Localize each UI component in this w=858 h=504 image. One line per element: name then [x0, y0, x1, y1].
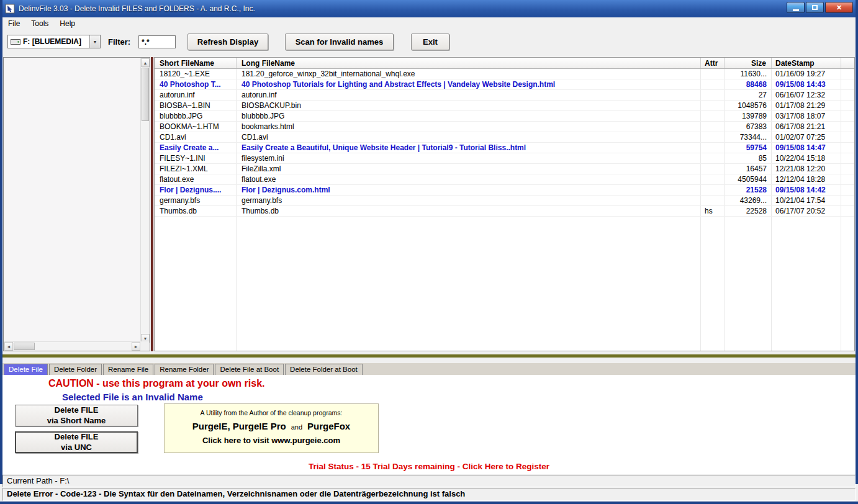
table-row[interactable]: 40 Photoshop T...40 Photoshop Tutorials …: [155, 79, 854, 90]
file-list-body[interactable]: 18120_~1.EXE181.20_geforce_winxp_32bit_i…: [155, 69, 854, 351]
drive-selector[interactable]: F: [BLUEMEDIA] ▼: [7, 35, 101, 48]
cell-attr: [701, 164, 725, 174]
cell-date: 01/16/09 19:27: [772, 69, 841, 79]
cell-attr: [701, 111, 725, 121]
column-header-datestamp[interactable]: DateStamp: [772, 58, 841, 68]
cell-size: 21528: [725, 185, 772, 195]
cell-short: flatout.exe: [155, 174, 237, 184]
cell-size: 27: [725, 90, 772, 100]
status-delete-error: Delete Error - Code-123 - Die Syntax für…: [2, 488, 856, 501]
tab-delete-folder-at-boot[interactable]: Delete Folder at Boot: [285, 364, 363, 375]
tab-delete-folder[interactable]: Delete Folder: [49, 364, 102, 375]
column-header-short-filename[interactable]: Short FileName: [155, 58, 237, 68]
tree-horizontal-scrollbar[interactable]: ◄ ►: [4, 341, 140, 350]
table-row[interactable]: BOOKMA~1.HTMbookmarks.html6738306/17/08 …: [155, 122, 854, 132]
cell-size: 1048576: [725, 101, 772, 110]
cell-attr: [701, 153, 725, 163]
close-icon: ✕: [836, 4, 842, 11]
cell-stub: [841, 164, 854, 174]
minimize-button[interactable]: [787, 2, 805, 13]
delete-file-short-name-button[interactable]: Delete FILE via Short Name: [15, 405, 138, 426]
cell-long: autorun.inf: [237, 90, 701, 100]
cell-date: 06/16/07 12:32: [772, 90, 841, 100]
toolbar: F: [BLUEMEDIA] ▼ Filter: Refresh Display…: [2, 29, 856, 55]
cell-long: CD1.avi: [237, 132, 701, 142]
table-row[interactable]: blubbbb.JPGblubbbb.JPG13978903/17/08 18:…: [155, 111, 854, 122]
close-button[interactable]: ✕: [825, 2, 853, 13]
cell-size: 73344...: [725, 132, 772, 142]
table-row[interactable]: autorun.infautorun.inf2706/16/07 12:32: [155, 90, 854, 101]
cell-attr: [701, 69, 725, 79]
menu-help[interactable]: Help: [54, 18, 81, 29]
refresh-display-button[interactable]: Refresh Display: [187, 34, 268, 50]
tab-rename-file[interactable]: Rename File: [103, 364, 153, 375]
scan-invalid-names-button[interactable]: Scan for Invalid names: [285, 34, 394, 50]
cell-long: Thumbs.db: [237, 206, 701, 216]
scroll-right-icon[interactable]: ►: [132, 342, 140, 351]
scroll-left-icon[interactable]: ◄: [4, 342, 13, 351]
cell-stub: [841, 174, 854, 184]
cell-short: CD1.avi: [155, 132, 237, 142]
promo-link[interactable]: Click here to visit www.purgeie.com: [165, 436, 378, 445]
panel-splitter[interactable]: [151, 57, 153, 351]
menu-tools[interactable]: Tools: [25, 18, 54, 29]
cell-attr: hs: [701, 206, 725, 216]
table-row[interactable]: Thumbs.dbThumbs.dbhs2252806/17/07 20:52: [155, 206, 854, 217]
exit-button[interactable]: Exit: [411, 34, 449, 50]
table-row[interactable]: FILESY~1.INIfilesystem.ini8510/22/04 15:…: [155, 153, 854, 164]
cell-long: 181.20_geforce_winxp_32bit_international…: [237, 69, 701, 79]
cell-attr: [701, 196, 725, 205]
cell-short: 40 Photoshop T...: [155, 79, 237, 89]
folder-tree-panel[interactable]: ▲ ▼ ◄ ►: [3, 57, 150, 351]
button-line1: Delete FILE: [55, 432, 99, 442]
cell-short: FILEZI~1.XML: [155, 164, 237, 174]
cell-short: 18120_~1.EXE: [155, 69, 237, 79]
cell-date: 01/02/07 07:25: [772, 132, 841, 142]
menu-file[interactable]: File: [2, 18, 25, 29]
column-header-long-filename[interactable]: Long FileName: [237, 58, 701, 68]
cell-stub: [841, 143, 854, 153]
table-row[interactable]: CD1.aviCD1.avi73344...01/02/07 07:25: [155, 132, 854, 143]
column-header-size[interactable]: Size: [725, 58, 772, 68]
caution-text: CAUTION - use this program at your own r…: [48, 378, 265, 389]
tab-delete-file[interactable]: Delete File: [4, 364, 48, 375]
cell-long: flatout.exe: [237, 174, 701, 184]
table-row[interactable]: Easily Create a...Easily Create a Beauti…: [155, 143, 854, 153]
cell-attr: [701, 79, 725, 89]
cell-stub: [841, 132, 854, 142]
maximize-button[interactable]: [806, 2, 824, 13]
app-icon: [5, 4, 15, 14]
tree-vertical-scrollbar[interactable]: ▲ ▼: [140, 58, 149, 343]
delete-file-unc-button[interactable]: Delete FILE via UNC: [15, 431, 138, 453]
horizontal-scroll-thumb[interactable]: [14, 343, 35, 350]
cell-date: 06/17/07 20:52: [772, 206, 841, 216]
cell-date: 10/22/04 15:18: [772, 153, 841, 163]
trial-status-link[interactable]: Trial Status - 15 Trial Days remaining -…: [2, 462, 856, 471]
vertical-scroll-thumb[interactable]: [142, 68, 149, 121]
tab-delete-file-at-boot[interactable]: Delete File at Boot: [215, 364, 284, 375]
titlebar[interactable]: DelinvFile 3.03 - Delete Invalid FILES a…: [0, 0, 858, 17]
cell-stub: [841, 69, 854, 79]
action-panel: CAUTION - use this program at your own r…: [2, 375, 856, 474]
chevron-down-icon[interactable]: ▼: [89, 35, 100, 48]
cell-date: 09/15/08 14:43: [772, 79, 841, 89]
table-row[interactable]: FILEZI~1.XMLFileZilla.xml1645712/21/08 1…: [155, 164, 854, 174]
cell-attr: [701, 122, 725, 132]
table-row[interactable]: BIOSBA~1.BINBIOSBACKUP.bin104857601/17/0…: [155, 101, 854, 111]
cell-stub: [841, 111, 854, 121]
table-row[interactable]: germany.bfsgermany.bfs43269...10/21/04 1…: [155, 196, 854, 206]
filter-input[interactable]: [138, 35, 176, 48]
cell-size: 4505944: [725, 174, 772, 184]
scroll-up-icon[interactable]: ▲: [141, 58, 150, 67]
column-header-attr[interactable]: Attr: [701, 58, 725, 68]
promo-box[interactable]: A Utility from the Author of the cleanup…: [164, 403, 379, 453]
table-row[interactable]: 18120_~1.EXE181.20_geforce_winxp_32bit_i…: [155, 69, 854, 79]
table-row[interactable]: flatout.exeflatout.exe450594412/12/04 18…: [155, 174, 854, 185]
cell-long: FileZilla.xml: [237, 164, 701, 174]
cell-attr: [701, 174, 725, 184]
tab-rename-folder[interactable]: Rename Folder: [155, 364, 214, 375]
cell-stub: [841, 101, 854, 110]
cell-date: 06/17/08 21:21: [772, 122, 841, 132]
cell-short: Easily Create a...: [155, 143, 237, 153]
table-row[interactable]: Flor | Dezignus....Flor | Dezignus.com.h…: [155, 185, 854, 196]
